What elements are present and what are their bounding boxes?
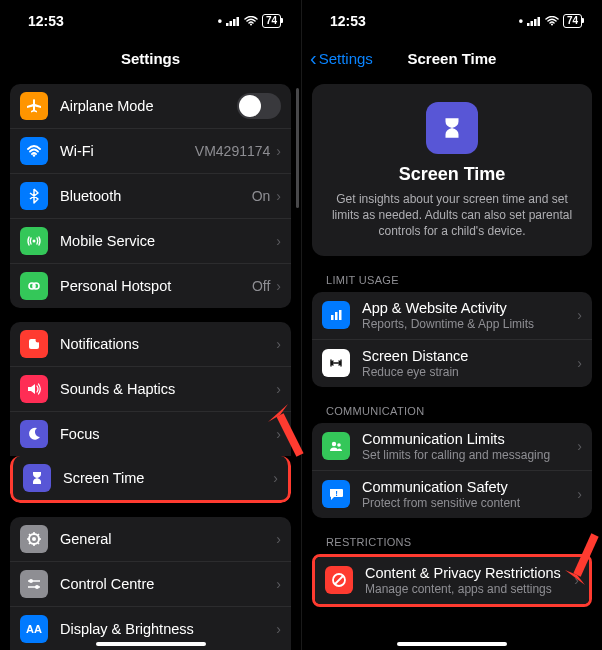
chevron-right-icon: › [276, 381, 281, 397]
nav-bar: Settings [0, 38, 301, 78]
svg-rect-2 [233, 19, 236, 26]
svg-rect-27 [530, 21, 533, 26]
svg-text:!: ! [335, 489, 338, 498]
chevron-right-icon: › [577, 307, 582, 323]
status-bar: 12:53 • 74 [0, 0, 301, 38]
svg-point-34 [332, 442, 336, 446]
svg-point-12 [32, 537, 36, 541]
row-screen-time[interactable]: Screen Time › [10, 456, 291, 503]
row-label: Screen Time [63, 470, 261, 486]
row-label: Bluetooth [60, 188, 240, 204]
speaker-icon [20, 375, 48, 403]
row-label: Screen Distance [362, 348, 565, 364]
svg-point-30 [551, 24, 553, 26]
chevron-right-icon: › [273, 470, 278, 486]
back-button[interactable]: ‹Settings [310, 48, 373, 68]
chevron-right-icon: › [574, 572, 579, 588]
chevron-right-icon: › [577, 486, 582, 502]
battery-level: 74 [262, 14, 281, 28]
row-label: Communication Safety [362, 479, 565, 495]
svg-rect-31 [331, 315, 334, 320]
row-label: Sounds & Haptics [60, 381, 264, 397]
status-icons: • 74 [218, 14, 281, 28]
svg-rect-3 [236, 17, 239, 26]
hero-title: Screen Time [326, 164, 578, 185]
status-bar: 12:53 • 74 [302, 0, 602, 38]
svg-rect-1 [229, 21, 232, 26]
row-communication-limits[interactable]: Communication LimitsSet limits for calli… [312, 423, 592, 470]
scrollbar[interactable] [296, 88, 299, 208]
row-notifications[interactable]: Notifications › [10, 322, 291, 366]
antenna-icon [20, 227, 48, 255]
home-indicator[interactable] [397, 642, 507, 646]
svg-point-4 [250, 24, 252, 26]
chevron-right-icon: › [276, 426, 281, 442]
bluetooth-icon [20, 182, 48, 210]
chevron-right-icon: › [276, 233, 281, 249]
chevron-right-icon: › [276, 188, 281, 204]
row-label: App & Website Activity [362, 300, 565, 316]
svg-rect-29 [537, 17, 540, 26]
row-label: Airplane Mode [60, 98, 225, 114]
contacts-icon [322, 432, 350, 460]
message-alert-icon: ! [322, 480, 350, 508]
row-airplane-mode[interactable]: Airplane Mode [10, 84, 291, 128]
airplane-toggle[interactable] [237, 93, 281, 119]
row-personal-hotspot[interactable]: Personal Hotspot Off› [10, 263, 291, 308]
wifi-value: VM4291174 [195, 143, 271, 159]
chevron-right-icon: › [276, 336, 281, 352]
row-label: Notifications [60, 336, 264, 352]
settings-pane: 12:53 • 74 Settings Airplane Mode [0, 0, 301, 650]
chevron-right-icon: › [577, 355, 582, 371]
row-focus[interactable]: Focus › [10, 411, 291, 456]
display-icon: AA [20, 615, 48, 643]
row-control-centre[interactable]: Control Centre › [10, 561, 291, 606]
row-label: General [60, 531, 264, 547]
row-general[interactable]: General › [10, 517, 291, 561]
row-sublabel: Reduce eye strain [362, 365, 565, 379]
svg-point-35 [337, 443, 341, 447]
row-label: Communication Limits [362, 431, 565, 447]
row-wifi[interactable]: Wi-Fi VM4291174› [10, 128, 291, 173]
airplane-icon [20, 92, 48, 120]
status-time: 12:53 [28, 13, 64, 29]
svg-text:AA: AA [26, 623, 42, 635]
chevron-right-icon: › [276, 143, 281, 159]
notifications-icon [20, 330, 48, 358]
row-content-privacy-restrictions[interactable]: Content & Privacy RestrictionsManage con… [315, 557, 589, 604]
hourglass-icon [426, 102, 478, 154]
gear-icon [20, 525, 48, 553]
chevron-right-icon: › [276, 531, 281, 547]
row-bluetooth[interactable]: Bluetooth On› [10, 173, 291, 218]
home-indicator[interactable] [96, 642, 206, 646]
chevron-right-icon: › [276, 621, 281, 637]
chevron-right-icon: › [276, 278, 281, 294]
svg-point-6 [33, 240, 36, 243]
screen-time-hero: Screen Time Get insights about your scre… [312, 84, 592, 256]
chevron-left-icon: ‹ [310, 48, 317, 68]
row-mobile-service[interactable]: Mobile Service › [10, 218, 291, 263]
row-sublabel: Reports, Downtime & App Limits [362, 317, 565, 331]
row-label: Content & Privacy Restrictions [365, 565, 562, 581]
hotspot-value: Off [252, 278, 270, 294]
sliders-icon [20, 570, 48, 598]
section-restrictions: RESTRICTIONS [326, 536, 588, 548]
chevron-right-icon: › [577, 438, 582, 454]
section-communication: COMMUNICATION [326, 405, 588, 417]
svg-point-5 [33, 154, 35, 156]
row-app-website-activity[interactable]: App & Website ActivityReports, Downtime … [312, 292, 592, 339]
status-icons: • 74 [519, 14, 582, 28]
svg-point-10 [36, 338, 41, 343]
no-entry-icon [325, 566, 353, 594]
row-communication-safety[interactable]: ! Communication SafetyProtect from sensi… [312, 470, 592, 518]
hero-desc: Get insights about your screen time and … [326, 191, 578, 240]
svg-rect-0 [226, 23, 229, 26]
nav-bar: ‹Settings Screen Time [302, 38, 602, 78]
row-sublabel: Protect from sensitive content [362, 496, 565, 510]
svg-rect-33 [339, 310, 342, 320]
row-sounds-haptics[interactable]: Sounds & Haptics › [10, 366, 291, 411]
row-label: Display & Brightness [60, 621, 264, 637]
row-screen-distance[interactable]: Screen DistanceReduce eye strain › [312, 339, 592, 387]
page-title: Screen Time [408, 50, 497, 67]
row-label: Focus [60, 426, 264, 442]
